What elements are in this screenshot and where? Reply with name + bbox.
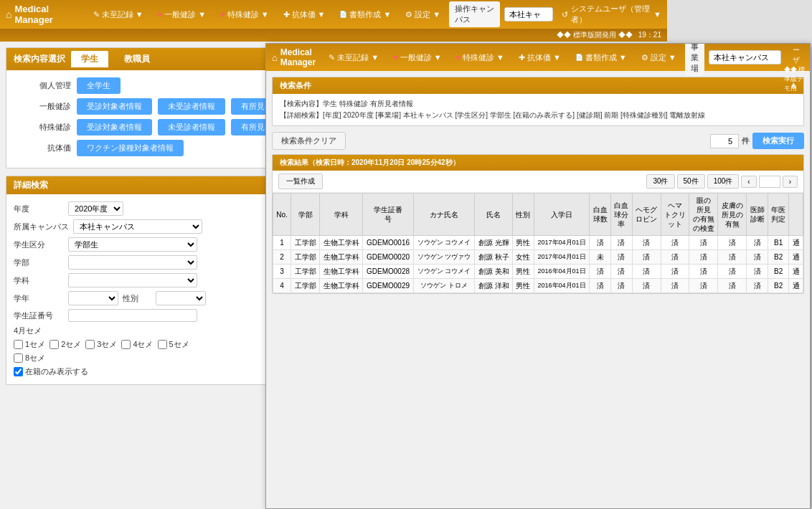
nav-settings[interactable]: ⚙ 設定 ▼ bbox=[400, 6, 446, 23]
cell-id: GDEMO0020 bbox=[363, 250, 414, 265]
nav-pending-records[interactable]: ✎ 未至記録 ▼ bbox=[88, 6, 149, 23]
page-num-input[interactable]: 1 bbox=[759, 176, 780, 188]
fg-time: 18：45 bbox=[784, 103, 802, 120]
sem3-check[interactable] bbox=[85, 340, 95, 349]
fg-chevron-5: ▼ bbox=[619, 53, 627, 62]
pen-icon: ✎ bbox=[93, 10, 100, 19]
year-select[interactable]: 2020年度 bbox=[68, 201, 123, 216]
cell-id: GDEMO0028 bbox=[363, 265, 414, 279]
cell-gender: 男性 bbox=[513, 236, 534, 250]
fg-cond-collapse[interactable]: ∧ bbox=[790, 81, 796, 90]
chevron-down-icon-5: ▼ bbox=[383, 10, 391, 19]
fg-nav-pending-label: 未至記録 bbox=[337, 52, 369, 63]
detail-search-title: 詳細検索 bbox=[14, 179, 48, 191]
count-unit: 件 bbox=[742, 135, 750, 146]
list-create-btn[interactable]: 一覧作成 bbox=[278, 173, 323, 189]
chevron-down-icon-user: ▼ bbox=[653, 10, 661, 19]
col-id: 学生証番号 bbox=[363, 194, 414, 236]
page-30-btn[interactable]: 30件 bbox=[646, 174, 674, 189]
table-row[interactable]: 4 工学部 生物工学科 GDEMO0029 ソウゲン トロメ 創源 洋和 男性 … bbox=[273, 279, 803, 293]
cell-name: 創源 美和 bbox=[475, 265, 513, 279]
table-row[interactable]: 2 工学部 生物工学科 GDEMO0020 ソウゲン ツヴァウ 創源 秋子 女性… bbox=[273, 250, 803, 265]
student-id-label: 学生証番号 bbox=[14, 310, 64, 321]
page-50-btn[interactable]: 50件 bbox=[677, 174, 705, 189]
clear-conditions-btn[interactable]: 検索条件クリア bbox=[272, 132, 346, 150]
sem4-check[interactable] bbox=[121, 340, 131, 349]
col-skin: 皮膚の所見の有無 bbox=[718, 194, 747, 236]
exam-target-btn[interactable]: 受診対象者情報 bbox=[77, 98, 152, 115]
col-eye: 眼の所見の有無の検査 bbox=[689, 194, 718, 236]
nav-general-exam[interactable]: ♥ 一般健診 ▼ bbox=[152, 6, 212, 23]
cell-wbc-frac: 済 bbox=[611, 265, 633, 279]
subject-select[interactable] bbox=[68, 273, 197, 287]
cell-subject: 生物工学科 bbox=[319, 236, 362, 250]
chevron-down-icon-2: ▼ bbox=[198, 10, 206, 19]
cell-dept: 工学部 bbox=[291, 250, 320, 265]
student-class-select[interactable]: 学部生 bbox=[68, 237, 197, 252]
vaccine-btn[interactable]: ワクチン接種対象者情報 bbox=[77, 140, 184, 156]
fg-nav-pending[interactable]: ✎ 未至記録 ▼ bbox=[323, 49, 384, 66]
campus-dropdown[interactable]: 本社キャ bbox=[504, 7, 553, 22]
fg-chevron-1: ▼ bbox=[371, 53, 379, 62]
sem2-label[interactable]: 2セメ bbox=[49, 339, 81, 350]
col-hct: ヘマトクリット bbox=[661, 194, 689, 236]
sem2-check[interactable] bbox=[49, 340, 59, 349]
fg-brand[interactable]: ⌂ Medical Manager bbox=[272, 47, 316, 67]
all-students-btn[interactable]: 全学生 bbox=[77, 77, 121, 94]
cell-subject: 生物工学科 bbox=[319, 265, 362, 279]
sem1-label[interactable]: 1セメ bbox=[14, 339, 45, 350]
tab-staff[interactable]: 教職員 bbox=[114, 51, 160, 67]
nav-pending-label: 未至記録 bbox=[102, 9, 133, 20]
nav-special-exam[interactable]: ♥ 特殊健診 ▼ bbox=[214, 6, 274, 23]
nav-documents[interactable]: 📄 書類作成 ▼ bbox=[334, 6, 397, 23]
fg-chevron-2: ▼ bbox=[434, 53, 442, 62]
chevron-down-icon-6: ▼ bbox=[433, 10, 440, 19]
fg-results-section: 検索結果（検索日時：2020年11月20日 20時25分42秒） 一覧作成 30… bbox=[272, 154, 804, 294]
col-rating: 年医判定 bbox=[768, 194, 789, 236]
gender-select[interactable] bbox=[156, 291, 206, 305]
fg-nav-documents[interactable]: 📄 書類作成 ▼ bbox=[570, 49, 633, 66]
table-row[interactable]: 3 工学部 生物工学科 GDEMO0028 ソウゲン コウメイ 創源 美和 男性… bbox=[273, 265, 803, 279]
fg-campus-dropdown[interactable]: 本社キャンパス bbox=[709, 50, 781, 65]
unexamined-btn[interactable]: 未受診者情報 bbox=[158, 98, 225, 115]
tab-student[interactable]: 学生 bbox=[71, 51, 108, 67]
cell-no: 4 bbox=[273, 279, 291, 293]
fg-home-icon: ⌂ bbox=[272, 52, 278, 63]
page-100-btn[interactable]: 100件 bbox=[707, 174, 740, 189]
search-exec-btn[interactable]: 検索実行 bbox=[752, 133, 804, 149]
fg-nav-settings[interactable]: ⚙ 設定 ▼ bbox=[636, 49, 682, 66]
grade-select[interactable] bbox=[68, 291, 118, 305]
campus-form-select[interactable]: 本社キャンパス bbox=[73, 219, 202, 234]
cell-wbc: 未 bbox=[590, 250, 611, 265]
cell-hgb: 済 bbox=[632, 279, 661, 293]
table-row[interactable]: 1 工学部 生物工学科 GDEMO0016 ソウゲン コウメイ 創源 光輝 男性… bbox=[273, 236, 803, 250]
cell-rating: B2 bbox=[768, 279, 789, 293]
special-target-btn[interactable]: 受診対象者情報 bbox=[77, 119, 152, 135]
fg-nav-antibody[interactable]: ✚ 抗体価 ▼ bbox=[513, 49, 567, 66]
special-unexamined-btn[interactable]: 未受診者情報 bbox=[158, 119, 225, 135]
campus-select-area: 操作キャンパス 本社キャ bbox=[449, 1, 553, 27]
enrollment-check[interactable] bbox=[14, 367, 23, 376]
gear-icon: ⚙ bbox=[405, 10, 412, 19]
fg-window: ⌂ Medical Manager ✎ 未至記録 ▼ ♥ 一般健診 ▼ ♥ 特殊… bbox=[265, 43, 811, 509]
sem3-label[interactable]: 3セメ bbox=[85, 339, 117, 350]
fg-nav-general[interactable]: ♥ 一般健診 ▼ bbox=[387, 49, 447, 66]
fg-search-conditions: 検索条件 ∧ 【検索内容】学生 特殊健診 有所見者情報 【詳細検索】[年度] 2… bbox=[272, 77, 804, 126]
sem8-label[interactable]: 8セメ bbox=[14, 353, 45, 363]
cell-hct: 済 bbox=[661, 236, 689, 250]
sem5-label[interactable]: 5セメ bbox=[158, 339, 189, 350]
bg-brand[interactable]: ⌂ Medical Manager bbox=[6, 4, 79, 25]
col-name: 氏名 bbox=[475, 194, 513, 236]
fg-nav-special[interactable]: ♥ 特殊健診 ▼ bbox=[450, 49, 510, 66]
prev-page-btn[interactable]: ‹ bbox=[741, 176, 756, 188]
dept-select[interactable] bbox=[68, 255, 197, 270]
cell-dept: 工学部 bbox=[291, 279, 320, 293]
bg-time: 19：21 bbox=[638, 30, 661, 40]
sem1-check[interactable] bbox=[14, 340, 23, 349]
sem8-check[interactable] bbox=[14, 353, 23, 363]
sem5-check[interactable] bbox=[158, 340, 167, 349]
sem4-label[interactable]: 4セメ bbox=[121, 339, 153, 350]
next-page-btn[interactable]: › bbox=[783, 176, 798, 188]
student-id-input[interactable] bbox=[68, 309, 197, 322]
nav-antibody[interactable]: ✚ 抗体価 ▼ bbox=[278, 6, 331, 23]
